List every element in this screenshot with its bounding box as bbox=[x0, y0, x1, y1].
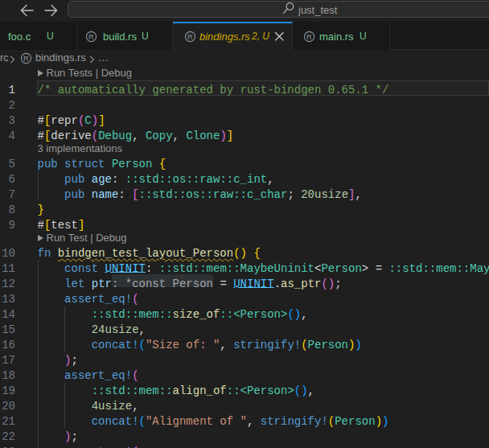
svg-text:R: R bbox=[306, 31, 312, 40]
svg-text:R: R bbox=[187, 31, 193, 40]
svg-text:R: R bbox=[88, 31, 94, 40]
svg-text:R: R bbox=[23, 53, 29, 62]
